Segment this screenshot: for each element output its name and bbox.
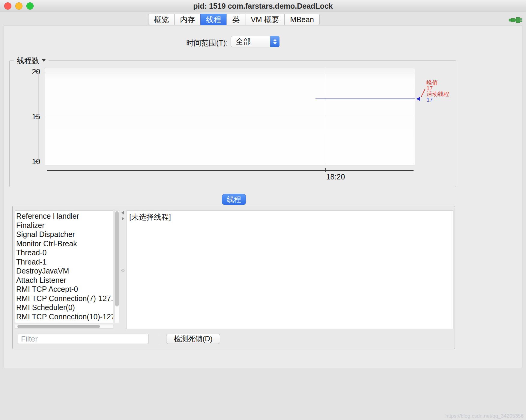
- list-item[interactable]: RMI TCP Connection(10)-127.0: [15, 312, 113, 321]
- peak-label: 峰值: [426, 80, 449, 85]
- chart-type-dropdown[interactable]: 线程数: [14, 56, 49, 65]
- chart-type-label: 线程数: [17, 56, 39, 66]
- list-item[interactable]: RMI TCP Accept-0: [15, 285, 113, 294]
- chart-annotations: 峰值 17 活动线程 17: [426, 80, 449, 102]
- chevron-down-icon: [273, 42, 277, 44]
- vertical-scrollbar[interactable]: [115, 210, 119, 323]
- thread-list[interactable]: Reference Handler Finalizer Signal Dispa…: [15, 210, 113, 323]
- list-item[interactable]: Thread-0: [15, 248, 113, 257]
- y-axis-line: [38, 72, 38, 162]
- time-range-combobox[interactable]: 全部: [231, 36, 279, 47]
- tab-vm-summary[interactable]: VM 概要: [245, 14, 285, 25]
- live-threads-value: 17: [426, 97, 449, 102]
- time-range-value: 全部: [236, 36, 251, 47]
- list-item[interactable]: RMI TCP Connection(7)-127.0.0: [15, 294, 113, 303]
- collapse-right-icon[interactable]: [122, 217, 124, 220]
- horizontal-scrollbar-thumb[interactable]: [17, 325, 100, 328]
- live-threads-series-line: [315, 99, 415, 99]
- divider-grip-icon: [121, 269, 124, 272]
- dropdown-caret-icon: [42, 59, 46, 62]
- list-item[interactable]: Signal Dispatcher: [15, 230, 113, 239]
- tab-mbean[interactable]: MBean: [285, 14, 320, 25]
- time-range-label: 时间范围(T):: [186, 38, 228, 48]
- threads-detail-panel: Reference Handler Finalizer Signal Dispa…: [12, 206, 455, 349]
- list-item[interactable]: Finalizer: [15, 221, 113, 230]
- peak-marker-line: [421, 89, 426, 97]
- collapse-left-icon[interactable]: [121, 211, 124, 214]
- filter-input[interactable]: [18, 334, 148, 344]
- tabbar: 概览 内存 线程 类 VM 概要 MBean: [148, 14, 320, 25]
- thread-detail-pane: [未选择线程]: [127, 210, 453, 329]
- y-tick-mark: [35, 116, 38, 117]
- filter-toolbar: 检测死锁(D): [13, 330, 455, 349]
- detect-deadlock-button[interactable]: 检测死锁(D): [166, 334, 220, 344]
- live-value-arrow-icon: [416, 97, 420, 101]
- list-item[interactable]: DestroyJavaVM: [15, 266, 113, 276]
- split-pane-divider[interactable]: [120, 210, 126, 323]
- x-tick-mark: [325, 168, 326, 172]
- toolbar-divider: [160, 334, 160, 344]
- y-tick-mark: [35, 71, 38, 72]
- list-item[interactable]: Monitor Ctrl-Break: [15, 239, 113, 248]
- tab-overview[interactable]: 概览: [148, 14, 175, 25]
- peak-value: 17: [426, 85, 449, 91]
- gridline: [45, 117, 415, 117]
- x-tick-label: 18:20: [322, 173, 349, 181]
- threads-section-button[interactable]: 线程: [222, 194, 246, 205]
- list-item[interactable]: Reference Handler: [15, 211, 113, 221]
- gridline: [45, 72, 415, 72]
- threads-tab-panel: 时间范围(T): 全部 线程数 20 15 10 峰值 17: [4, 25, 522, 368]
- x-axis-line: [47, 170, 414, 171]
- tab-threads[interactable]: 线程: [200, 14, 227, 25]
- chart-plot-area: [45, 68, 415, 165]
- watermark-text: https://blog.csdn.net/qq_34205356: [445, 413, 524, 419]
- tab-memory[interactable]: 内存: [174, 14, 201, 25]
- y-tick-mark: [35, 161, 38, 162]
- live-threads-label: 活动线程: [426, 91, 449, 97]
- thread-count-chart-group: 线程数 20 15 10 峰值 17 活动线程 17 18:20: [9, 60, 456, 187]
- combo-stepper[interactable]: [270, 36, 279, 47]
- gridline: [326, 68, 326, 165]
- plug-connected-icon[interactable]: [509, 16, 522, 25]
- chevron-up-icon: [273, 39, 277, 41]
- horizontal-scrollbar[interactable]: [15, 324, 113, 329]
- list-item[interactable]: Thread-1: [15, 257, 113, 267]
- vertical-scrollbar-thumb[interactable]: [115, 211, 119, 306]
- window-title: pid: 1519 com.farstars.demo.DeadLock: [0, 0, 526, 12]
- tab-classes[interactable]: 类: [226, 14, 245, 25]
- titlebar: pid: 1519 com.farstars.demo.DeadLock: [0, 0, 526, 12]
- list-item[interactable]: RMI Scheduler(0): [15, 303, 113, 312]
- list-item[interactable]: Attach Listener: [15, 276, 113, 285]
